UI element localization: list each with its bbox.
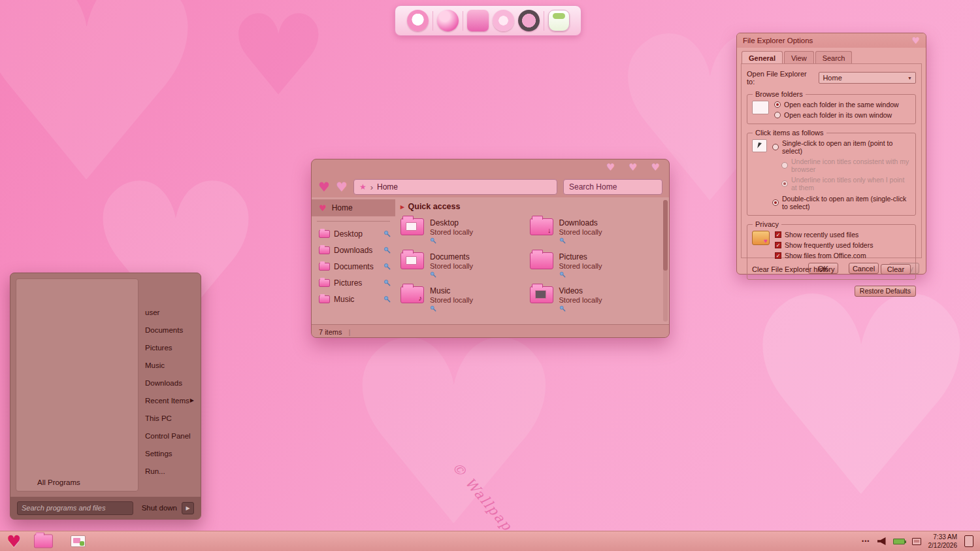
start-item-this-pc[interactable]: This PC bbox=[142, 409, 197, 427]
sidebar-item-downloads[interactable]: Downloads bbox=[312, 242, 395, 258]
mirror-icon[interactable] bbox=[407, 10, 429, 31]
vertical-scrollbar[interactable] bbox=[663, 200, 668, 322]
quick-access-item-desktop[interactable]: Desktop Stored locally bbox=[400, 217, 530, 249]
forward-button[interactable]: ♥ bbox=[336, 180, 348, 193]
sidebar-divider bbox=[317, 221, 390, 222]
quick-access-item-pictures[interactable]: Pictures Stored locally bbox=[530, 251, 659, 283]
dialog-tabs: General View Search bbox=[737, 48, 926, 63]
radio-icon[interactable] bbox=[774, 112, 781, 118]
browse-folders-group: Browse folders Open each folder in the s… bbox=[747, 94, 916, 124]
section-title: Quick access bbox=[408, 202, 461, 211]
maximize-button[interactable]: ♥ bbox=[629, 163, 637, 173]
quick-access-header[interactable]: ▸ Quick access bbox=[400, 202, 659, 211]
dialog-title: File Explorer Options bbox=[743, 37, 813, 44]
address-bar[interactable]: ★ › Home bbox=[353, 179, 557, 195]
quick-access-grid: Desktop Stored locally ↓ Downloads Store… bbox=[400, 217, 659, 317]
item-status: Stored locally bbox=[559, 228, 602, 236]
start-menu-bottom-bar: Shut down ▶ bbox=[10, 497, 201, 519]
sidebar-item-label: Music bbox=[334, 295, 354, 304]
cabinet-icon[interactable] bbox=[467, 10, 489, 31]
restore-defaults-button[interactable]: Restore Defaults bbox=[855, 286, 916, 297]
sidebar-item-home[interactable]: ♥ Home bbox=[312, 199, 395, 216]
volume-icon[interactable] bbox=[877, 537, 886, 545]
network-icon[interactable] bbox=[912, 538, 921, 545]
chevron-down-icon: ▼ bbox=[907, 76, 912, 80]
start-item-user[interactable]: user bbox=[142, 303, 197, 321]
quick-access-item-music[interactable]: ♪ Music Stored locally bbox=[400, 285, 530, 317]
checkbox-office-files[interactable]: ✓ Show files from Office.com bbox=[775, 252, 911, 259]
open-to-dropdown[interactable]: Home ▼ bbox=[819, 72, 916, 84]
radio-icon[interactable] bbox=[772, 144, 779, 150]
tab-search[interactable]: Search bbox=[815, 51, 853, 63]
globe-icon[interactable] bbox=[437, 10, 459, 31]
item-name: Desktop bbox=[430, 218, 473, 227]
radio-double-click[interactable]: Double-click to open an item (single-cli… bbox=[772, 195, 911, 210]
start-item-recent-items[interactable]: Recent Items ▶ bbox=[142, 392, 197, 409]
item-name: Music bbox=[430, 286, 473, 295]
start-search-input[interactable] bbox=[17, 501, 133, 515]
pin-icon bbox=[559, 271, 566, 278]
statusbar-divider: | bbox=[348, 328, 350, 336]
battery-icon[interactable] bbox=[893, 539, 905, 544]
taskbar-folder-icon[interactable] bbox=[34, 535, 53, 548]
checkbox-label: Show recently used files bbox=[785, 231, 858, 239]
open-to-label: Open File Explorer to: bbox=[747, 70, 815, 86]
start-item-documents[interactable]: Documents bbox=[142, 321, 197, 339]
sidebar-item-pictures[interactable]: Pictures bbox=[312, 275, 395, 291]
all-programs-button[interactable]: All Programs bbox=[37, 478, 80, 486]
tab-view[interactable]: View bbox=[784, 51, 814, 63]
notification-center-icon[interactable] bbox=[964, 535, 973, 547]
cup-icon[interactable] bbox=[548, 10, 570, 31]
tray-overflow-icon[interactable]: ••• bbox=[862, 538, 870, 544]
start-menu-places: user Documents Pictures Music Downloads … bbox=[142, 303, 197, 480]
sidebar-item-label: Documents bbox=[334, 262, 374, 271]
close-icon[interactable]: ♥ bbox=[911, 36, 920, 45]
item-count: 7 items bbox=[319, 328, 342, 336]
close-button[interactable]: ♥ bbox=[651, 163, 660, 173]
tab-general[interactable]: General bbox=[742, 51, 783, 63]
start-item-control-panel[interactable]: Control Panel bbox=[142, 427, 197, 444]
start-item-music[interactable]: Music bbox=[142, 356, 197, 374]
checkbox-icon[interactable]: ✓ bbox=[775, 231, 781, 238]
screen-glyph bbox=[406, 222, 417, 231]
minimize-button[interactable]: ♥ bbox=[606, 163, 615, 173]
start-item-pictures[interactable]: Pictures bbox=[142, 339, 197, 356]
radio-icon[interactable] bbox=[772, 199, 779, 206]
scrollbar-thumb[interactable] bbox=[663, 200, 668, 271]
taskbar-clock[interactable]: 7:33 AM 2/12/2026 bbox=[928, 533, 958, 550]
search-input[interactable] bbox=[563, 179, 662, 195]
sidebar-item-label: Downloads bbox=[334, 246, 372, 255]
back-button[interactable]: ♥ bbox=[318, 180, 330, 193]
checkbox-icon[interactable]: ✓ bbox=[775, 242, 781, 248]
start-item-run[interactable]: Run... bbox=[142, 462, 197, 480]
dialog-titlebar[interactable]: File Explorer Options ♥ bbox=[737, 33, 926, 48]
start-item-downloads[interactable]: Downloads bbox=[142, 374, 197, 392]
clear-button[interactable]: Clear bbox=[881, 264, 911, 275]
start-button[interactable]: ♥ bbox=[7, 533, 21, 550]
pin-icon bbox=[384, 246, 391, 254]
taskbar-picture-icon[interactable] bbox=[71, 535, 86, 547]
checkbox-icon[interactable]: ✓ bbox=[775, 252, 781, 259]
quick-access-item-documents[interactable]: Documents Stored locally bbox=[400, 251, 530, 283]
shutdown-options-arrow[interactable]: ▶ bbox=[182, 502, 194, 514]
pin-icon bbox=[430, 305, 436, 312]
checkbox-recent-files[interactable]: ✓ Show recently used files bbox=[775, 231, 911, 239]
explorer-titlebar[interactable]: ♥ ♥ ♥ bbox=[312, 159, 669, 176]
quick-access-item-downloads[interactable]: ↓ Downloads Stored locally bbox=[530, 217, 659, 249]
gear-icon[interactable] bbox=[518, 10, 540, 31]
sidebar-item-music[interactable]: Music bbox=[312, 291, 395, 307]
shutdown-button[interactable]: Shut down ▶ bbox=[142, 502, 194, 514]
music-note-glyph: ♪ bbox=[419, 295, 423, 302]
radio-label: Single-click to open an item (point to s… bbox=[782, 139, 911, 155]
radio-icon[interactable] bbox=[774, 101, 781, 108]
quick-access-item-videos[interactable]: Videos Stored locally bbox=[530, 285, 659, 317]
radio-same-window[interactable]: Open each folder in the same window bbox=[774, 101, 911, 109]
start-item-settings[interactable]: Settings bbox=[142, 444, 197, 462]
sidebar-item-documents[interactable]: Documents bbox=[312, 258, 395, 275]
radio-own-window[interactable]: Open each folder in its own window bbox=[774, 111, 911, 119]
radio-single-click[interactable]: Single-click to open an item (point to s… bbox=[772, 139, 911, 155]
flower-icon[interactable] bbox=[493, 10, 514, 31]
checkbox-frequent-folders[interactable]: ✓ Show frequently used folders bbox=[775, 241, 911, 249]
explorer-body: ♥ Home Desktop Downloads Documents bbox=[312, 197, 669, 324]
sidebar-item-desktop[interactable]: Desktop bbox=[312, 225, 395, 242]
